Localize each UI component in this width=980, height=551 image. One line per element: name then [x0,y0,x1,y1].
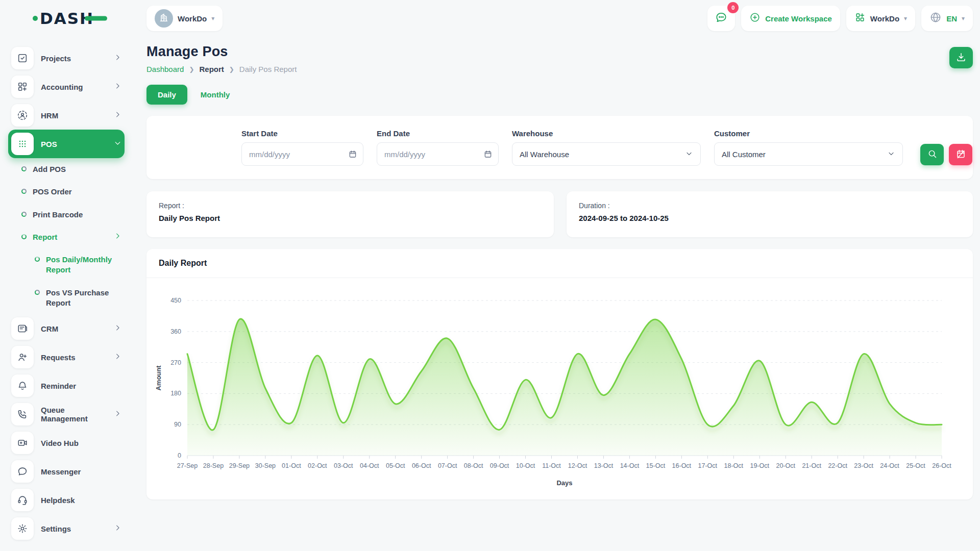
sidebar-item-reminder[interactable]: Reminder [8,371,125,400]
sidebar-item-video-hub[interactable]: Video Hub [8,429,125,457]
sidebar-item-messenger[interactable]: Messenger [8,457,125,486]
messages-button[interactable]: 0 [707,6,735,31]
start-date-label: Start Date [241,129,363,138]
report-summary-card: Report : Daily Pos Report [146,191,554,237]
breadcrumb-dashboard[interactable]: Dashboard [146,65,184,73]
workspace-switcher[interactable]: WorkDo ▾ [146,6,223,31]
logo-dash-shape [85,16,107,21]
company-menu[interactable]: WorkDo ▾ [846,6,915,31]
chevron-right-icon [114,54,121,63]
sidebar-item-crm[interactable]: CRM [8,314,125,343]
svg-text:07-Oct: 07-Oct [438,462,457,469]
page-title: Manage Pos [146,44,297,60]
daily-report-area-chart[interactable]: 09018027036045027-Sep28-Sep29-Sep30-Sep0… [152,286,958,494]
sidebar-item-hrm[interactable]: HRM [8,101,125,130]
requests-icon [11,346,34,368]
svg-text:29-Sep: 29-Sep [229,462,250,469]
dash-logo[interactable]: DASH [33,9,94,28]
sidebar-subitem-add-pos[interactable]: Add POS [8,158,125,181]
svg-text:02-Oct: 02-Oct [308,462,327,469]
chevron-right-icon [114,410,121,419]
main-content: Manage Pos Dashboard ❯ Report ❯ Daily Po… [133,37,980,499]
duration-summary-card: Duration : 2024-09-25 to 2024-10-25 [567,191,973,237]
sidebar-item-label: Queue Management [41,406,107,423]
helpdesk-icon [11,489,34,511]
chevron-down-icon: ▾ [904,15,907,22]
report-value: Daily Pos Report [159,214,542,222]
svg-text:01-Oct: 01-Oct [282,462,301,469]
svg-text:0: 0 [178,452,181,459]
svg-text:25-Oct: 25-Oct [906,462,925,469]
search-button[interactable] [920,144,944,165]
chevron-right-icon [114,82,121,91]
chevron-down-icon [114,139,121,148]
reset-filter-button[interactable] [949,144,972,165]
svg-text:360: 360 [170,328,181,335]
customer-select[interactable]: All Customer [714,142,903,166]
top-header: DASH WorkDo ▾ 0 Create Workspace WorkDo … [0,0,980,37]
sidebar-item-projects[interactable]: Projects [8,44,125,72]
sidebar-item-label: Accounting [41,83,107,91]
tab-monthly[interactable]: Monthly [201,90,230,99]
svg-text:09-Oct: 09-Oct [490,462,509,469]
chevron-right-icon [114,353,121,362]
company-menu-label: WorkDo [870,14,899,23]
daily-report-card: Daily Report 09018027036045027-Sep28-Sep… [146,249,973,499]
chevron-down-icon: ▾ [962,15,965,22]
sidebar-subitem-label: Print Barcode [33,210,121,220]
sidebar-item-label: Reminder [41,382,121,390]
crm-icon [11,317,34,340]
sidebar-subitem-pos-vs-purchase-report[interactable]: Pos VS Purchase Report [8,282,125,315]
svg-text:450: 450 [170,297,181,304]
warehouse-select[interactable]: All Warehouse [512,142,701,166]
sidebar-item-pos[interactable]: POS [8,130,125,158]
bullet-ring-icon [35,257,40,262]
calendar-slash-icon [955,148,966,161]
sidebar-item-label: POS [41,140,107,148]
sidebar-item-label: Helpdesk [41,496,121,505]
end-date-input[interactable] [377,142,499,166]
chat-bubble-icon [715,11,728,26]
svg-text:Days: Days [556,479,572,487]
chevron-right-icon [114,524,121,533]
svg-text:90: 90 [174,421,181,428]
duration-label: Duration : [579,202,961,210]
sidebar-item-requests[interactable]: Requests [8,343,125,371]
svg-text:180: 180 [170,390,181,397]
svg-text:16-Oct: 16-Oct [672,462,692,469]
sidebar-subitem-print-barcode[interactable]: Print Barcode [8,204,125,226]
sidebar-subitem-report[interactable]: Report [8,226,125,248]
sidebar-subitem-label: POS Order [33,187,121,197]
svg-text:12-Oct: 12-Oct [568,462,587,469]
sidebar-item-helpdesk[interactable]: Helpdesk [8,486,125,514]
globe-icon [929,11,942,26]
svg-text:18-Oct: 18-Oct [724,462,744,469]
start-date-input[interactable] [241,142,363,166]
hrm-icon [11,104,34,127]
settings-icon [11,517,34,540]
chart-title: Daily Report [159,259,207,267]
sidebar-subitem-label: Pos VS Purchase Report [46,288,121,309]
breadcrumb-report[interactable]: Report [199,65,224,73]
bullet-ring-icon [21,234,27,239]
sidebar-item-label: Requests [41,353,107,362]
svg-text:10-Oct: 10-Oct [516,462,535,469]
bullet-ring-icon [35,290,40,295]
sidebar-subitem-pos-order[interactable]: POS Order [8,181,125,203]
download-report-button[interactable] [949,47,973,68]
svg-text:20-Oct: 20-Oct [776,462,795,469]
language-selector[interactable]: EN ▾ [921,6,973,31]
svg-text:270: 270 [170,359,181,366]
tab-daily[interactable]: Daily [146,85,187,105]
chevron-right-icon: ❯ [189,66,194,73]
sidebar-item-queue-management[interactable]: Queue Management [8,400,125,429]
breadcrumb: Dashboard ❯ Report ❯ Daily Pos Report [146,65,297,73]
sidebar-item-accounting[interactable]: Accounting [8,72,125,101]
svg-text:11-Oct: 11-Oct [542,462,561,469]
download-icon [955,52,967,64]
chevron-right-icon [114,232,121,241]
create-workspace-button[interactable]: Create Workspace [741,6,840,31]
sidebar-item-settings[interactable]: Settings [8,514,125,543]
sidebar-subitem-pos-daily-monthly-report[interactable]: Pos Daily/Monthly Report [8,248,125,282]
svg-text:30-Sep: 30-Sep [255,462,276,469]
